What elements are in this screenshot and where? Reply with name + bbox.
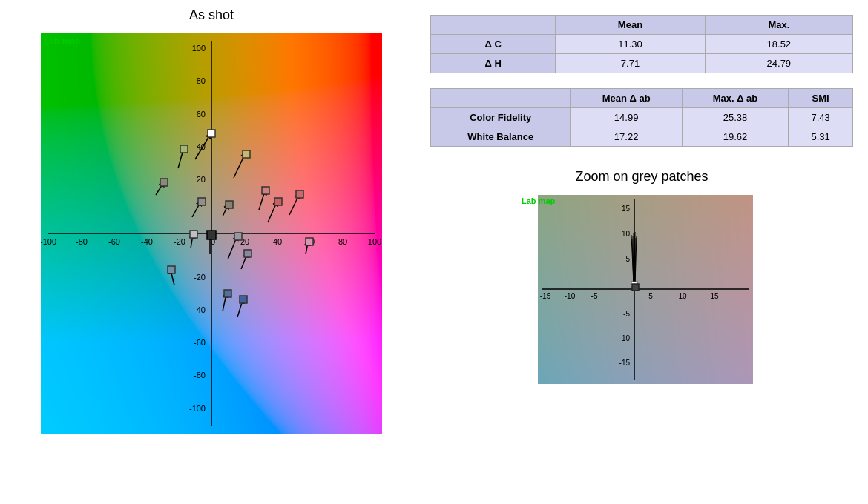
table-row: Color Fidelity14.9925.387.43 <box>431 108 853 127</box>
lab-map-container: Lab map -100 -80 -60 -40 -20 0 20 40 60 … <box>19 26 404 456</box>
zoom-section: Zoom on grey patches Lab map -15 -10 -5 … <box>430 169 853 395</box>
svg-rect-36 <box>207 231 216 239</box>
table-cell: 14.99 <box>571 108 682 127</box>
svg-text:-40: -40 <box>194 305 206 314</box>
svg-rect-50 <box>306 238 313 245</box>
svg-text:-60: -60 <box>108 237 120 246</box>
right-panel: Mean Max. Δ C11.3018.52Δ H7.7124.79 Mean… <box>415 0 868 504</box>
svg-rect-38 <box>190 231 197 238</box>
svg-rect-52 <box>168 266 175 273</box>
svg-text:15: 15 <box>710 292 719 300</box>
svg-text:-60: -60 <box>194 338 206 347</box>
col-mean-header: Mean <box>556 16 705 35</box>
col-empty-header <box>431 16 556 35</box>
svg-text:10: 10 <box>678 292 687 300</box>
svg-text:10: 10 <box>622 230 631 238</box>
svg-text:80: 80 <box>197 76 206 85</box>
svg-text:40: 40 <box>273 237 282 246</box>
zoom-chart-title: Zoom on grey patches <box>575 169 708 185</box>
svg-text:-5: -5 <box>591 292 598 300</box>
svg-text:5: 5 <box>648 292 653 300</box>
svg-rect-30 <box>160 179 168 186</box>
col-smi-header: SMI <box>789 89 853 108</box>
svg-text:15: 15 <box>622 205 631 213</box>
zoom-chart-svg: -15 -10 -5 5 10 15 15 10 5 -5 -10 -15 <box>538 195 753 384</box>
table-cell: 11.30 <box>556 35 705 54</box>
table-cell: 5.31 <box>789 127 853 147</box>
svg-rect-44 <box>296 190 303 198</box>
table-row: Δ H7.7124.79 <box>431 54 853 73</box>
col-max-ab-header: Max. Δ ab <box>682 89 788 108</box>
col-max-header: Max. <box>705 16 852 35</box>
delta-stats-table: Mean Max. Δ C11.3018.52Δ H7.7124.79 <box>430 15 853 73</box>
svg-text:-100: -100 <box>41 237 56 246</box>
table-row: Δ C11.3018.52 <box>431 35 853 54</box>
table-cell: 7.71 <box>556 54 705 73</box>
lab-map-label: Lab map <box>44 36 80 47</box>
table-row-header: Color Fidelity <box>431 108 571 127</box>
svg-rect-42 <box>262 187 269 194</box>
svg-text:-80: -80 <box>194 371 206 379</box>
table-cell: 24.79 <box>705 54 852 73</box>
svg-text:-10: -10 <box>565 292 576 300</box>
svg-rect-24 <box>208 130 215 137</box>
svg-rect-28 <box>180 145 188 153</box>
table-cell: 7.43 <box>789 108 853 127</box>
svg-text:-20: -20 <box>194 273 206 282</box>
svg-text:60: 60 <box>197 110 206 119</box>
table-cell: 17.22 <box>571 127 682 147</box>
svg-rect-80 <box>632 284 639 291</box>
svg-text:5: 5 <box>625 255 630 263</box>
table-cell: 19.62 <box>682 127 788 147</box>
svg-text:-10: -10 <box>619 334 631 342</box>
svg-text:-5: -5 <box>623 310 630 318</box>
svg-text:100: 100 <box>368 237 381 246</box>
svg-text:20: 20 <box>197 175 206 184</box>
main-chart-svg: -100 -80 -60 -40 -20 0 20 40 60 80 100 1… <box>41 33 382 434</box>
svg-rect-26 <box>243 150 250 158</box>
table-row: White Balance17.2219.625.31 <box>431 127 853 147</box>
svg-text:-20: -20 <box>174 237 185 246</box>
svg-text:80: 80 <box>338 237 347 246</box>
svg-text:-100: -100 <box>189 404 206 413</box>
svg-rect-56 <box>240 296 247 303</box>
left-panel: As shot Lab map -100 -80 -60 -40 -20 0 2… <box>0 0 415 504</box>
fidelity-stats-table: Mean Δ ab Max. Δ ab SMI Color Fidelity14… <box>430 88 853 147</box>
table-row-header: Δ C <box>431 35 556 54</box>
svg-text:-15: -15 <box>619 359 631 367</box>
col-mean-ab-header: Mean Δ ab <box>571 89 682 108</box>
svg-rect-54 <box>224 290 231 297</box>
table-cell: 18.52 <box>705 35 852 54</box>
svg-rect-46 <box>234 233 242 240</box>
table-row-header: White Balance <box>431 127 571 147</box>
svg-rect-48 <box>244 250 251 257</box>
zoom-map-label: Lab map <box>522 196 555 205</box>
svg-rect-40 <box>274 198 282 205</box>
svg-rect-32 <box>198 198 206 205</box>
svg-text:-15: -15 <box>540 292 551 300</box>
svg-text:-40: -40 <box>141 237 153 246</box>
svg-text:100: 100 <box>192 44 206 53</box>
svg-rect-34 <box>226 201 233 208</box>
col-empty-header2 <box>431 89 571 108</box>
main-chart-title: As shot <box>189 7 234 23</box>
table-cell: 25.38 <box>682 108 788 127</box>
zoom-map-container: Lab map -15 -10 -5 5 10 15 15 10 5 -5 -1… <box>516 188 768 395</box>
table-row-header: Δ H <box>431 54 556 73</box>
svg-text:-80: -80 <box>76 237 88 246</box>
